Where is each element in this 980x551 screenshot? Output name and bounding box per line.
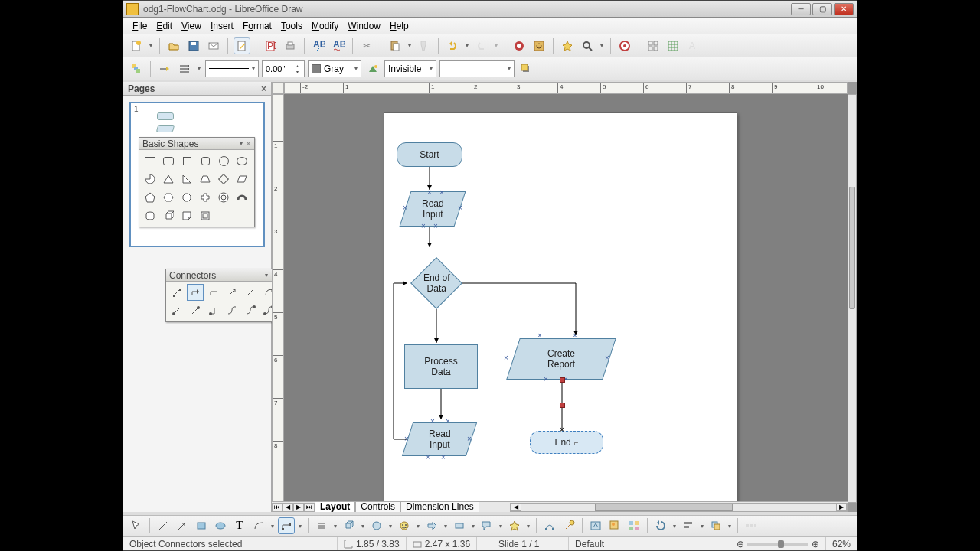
- spellcheck-button[interactable]: ABC: [310, 37, 327, 54]
- auto-spellcheck-button[interactable]: ABC: [330, 37, 347, 54]
- scrollbar-thumb[interactable]: [849, 187, 855, 309]
- shape-octagon[interactable]: [178, 189, 195, 206]
- shape-frame[interactable]: [197, 207, 214, 224]
- menu-view[interactable]: View: [177, 19, 206, 33]
- shape-pentagon[interactable]: [142, 189, 158, 206]
- snap-button[interactable]: [665, 37, 681, 54]
- shadow-button[interactable]: [518, 60, 534, 77]
- menu-format[interactable]: Format: [238, 19, 276, 33]
- gluepoints-tool[interactable]: [560, 517, 577, 534]
- first-page-button[interactable]: ⏮: [272, 503, 283, 512]
- basic-shapes-header[interactable]: Basic Shapes ▾ ×: [139, 138, 254, 150]
- connector-elbow[interactable]: [205, 284, 222, 301]
- new-dropdown[interactable]: ▾: [148, 42, 154, 49]
- shape-pie[interactable]: [142, 171, 158, 187]
- prev-page-button[interactable]: ◀: [283, 503, 293, 512]
- edit-file-button[interactable]: [234, 37, 250, 54]
- text-tool[interactable]: T: [231, 517, 248, 534]
- flowchart-create-report[interactable]: Create Report: [506, 338, 616, 380]
- symbol-shapes-tool[interactable]: [396, 517, 413, 534]
- pages-close-icon[interactable]: ×: [261, 83, 266, 94]
- flowchart-process[interactable]: Process Data: [404, 344, 478, 389]
- horizontal-ruler[interactable]: -2 1 1 2 3 4 5 6 7 8 9 10: [284, 82, 848, 94]
- hyperlink-button[interactable]: [511, 37, 528, 54]
- shape-cross[interactable]: [197, 189, 214, 206]
- connector-line[interactable]: [242, 284, 259, 301]
- tab-layout[interactable]: Layout: [315, 502, 355, 513]
- panel-menu-icon[interactable]: ▾: [240, 140, 243, 147]
- shape-circle[interactable]: [215, 152, 232, 169]
- shape-rectangle[interactable]: [142, 152, 158, 169]
- menu-file[interactable]: File: [128, 19, 152, 33]
- flowchart-decision[interactable]: End of Data: [410, 257, 462, 309]
- tab-controls[interactable]: Controls: [355, 502, 400, 513]
- zoom-slider[interactable]: [747, 543, 808, 546]
- panel-menu-icon[interactable]: ▾: [265, 272, 268, 279]
- line-style-select[interactable]: ▾: [205, 60, 259, 77]
- shape-rounded-square[interactable]: [197, 152, 214, 169]
- spin-up[interactable]: ▴: [293, 63, 301, 69]
- scrollbar-thumb[interactable]: [595, 504, 733, 511]
- rectangle-tool[interactable]: [193, 517, 210, 534]
- minimize-button[interactable]: ─: [791, 3, 811, 15]
- curve-dropdown[interactable]: ▾: [270, 523, 276, 530]
- line-tool[interactable]: [155, 517, 172, 534]
- menu-help[interactable]: Help: [385, 19, 413, 33]
- connector-curve-circle[interactable]: [242, 302, 259, 319]
- from-file-tool[interactable]: [606, 517, 623, 534]
- flowchart-read-input-2[interactable]: Read Input: [402, 422, 477, 456]
- panel-close-icon[interactable]: ×: [246, 139, 251, 149]
- line-width-input[interactable]: [266, 64, 293, 73]
- zoom-button[interactable]: [579, 37, 596, 54]
- help-button[interactable]: [616, 37, 633, 54]
- menu-edit[interactable]: Edit: [152, 19, 177, 33]
- close-button[interactable]: ✕: [834, 3, 854, 15]
- shape-right-triangle[interactable]: [178, 171, 195, 187]
- last-page-button[interactable]: ⏭: [304, 503, 315, 512]
- zoom-in-icon[interactable]: ⊕: [812, 539, 819, 549]
- shape-diamond[interactable]: [215, 171, 232, 187]
- menu-insert[interactable]: Insert: [206, 19, 238, 33]
- gallery-tool[interactable]: [626, 517, 642, 534]
- next-page-button[interactable]: ▶: [293, 503, 304, 512]
- connector-tool[interactable]: [278, 517, 295, 534]
- connectors-panel[interactable]: Connectors ▾ ×: [165, 269, 280, 322]
- line-endings-dropdown[interactable]: ▾: [196, 65, 202, 72]
- block-arrows-tool[interactable]: [423, 517, 440, 534]
- basic-shapes-tool[interactable]: [368, 517, 385, 534]
- tab-dimension-lines[interactable]: Dimension Lines: [400, 502, 479, 513]
- drawing-page[interactable]: Start Read Input × × × × × × End of Data: [384, 112, 737, 512]
- select-tool[interactable]: [128, 517, 145, 534]
- basic-shapes-panel[interactable]: Basic Shapes ▾ ×: [139, 137, 255, 227]
- menu-window[interactable]: Window: [343, 19, 385, 33]
- 3d-tool[interactable]: [341, 517, 358, 534]
- line-color-select[interactable]: Gray ▾: [308, 60, 361, 77]
- menu-tools[interactable]: Tools: [276, 19, 307, 33]
- fill-value-select[interactable]: ▾: [439, 60, 514, 77]
- undo-button[interactable]: [444, 37, 461, 54]
- shape-hexagon[interactable]: [160, 189, 177, 206]
- arrow-style-button[interactable]: [156, 60, 173, 77]
- shape-ellipse[interactable]: [234, 152, 250, 169]
- email-button[interactable]: [205, 37, 222, 54]
- connector-line-arrow[interactable]: [224, 284, 240, 301]
- shape-isoceles-triangle[interactable]: [160, 171, 177, 187]
- spin-down[interactable]: ▾: [293, 69, 301, 75]
- flowchart-start[interactable]: Start: [397, 142, 462, 167]
- align-tool[interactable]: [680, 517, 697, 534]
- zoom-controls[interactable]: ⊖ ⊕: [730, 537, 826, 550]
- connector-handle[interactable]: [560, 403, 565, 408]
- menu-modify[interactable]: Modify: [307, 19, 343, 33]
- shape-arc[interactable]: [234, 189, 250, 206]
- ellipse-tool[interactable]: [212, 517, 229, 534]
- save-button[interactable]: [185, 37, 202, 54]
- zoom-dropdown[interactable]: ▾: [599, 42, 605, 49]
- flowchart-shapes-tool[interactable]: [451, 517, 468, 534]
- vertical-ruler[interactable]: 1 2 3 4 5 6 7 8: [272, 94, 284, 503]
- undo-dropdown[interactable]: ▾: [464, 42, 470, 49]
- zoom-out-icon[interactable]: ⊖: [737, 539, 744, 549]
- new-button[interactable]: [128, 37, 145, 54]
- print-button[interactable]: [282, 37, 299, 54]
- lines-arrows-tool[interactable]: [313, 517, 330, 534]
- open-button[interactable]: [165, 37, 182, 54]
